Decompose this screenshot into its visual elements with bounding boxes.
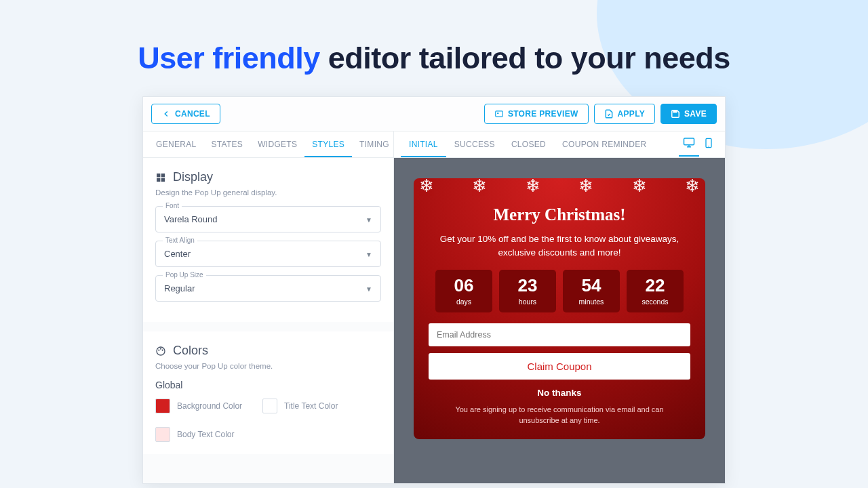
color-swatch [155,399,170,413]
cancel-label: CANCEL [175,109,210,119]
save-label: SAVE [684,109,707,119]
save-button[interactable]: SAVE [660,104,717,124]
colors-card: Colors Choose your Pop Up color theme. G… [143,331,393,454]
popup-title: Merry Christmas! [429,205,690,224]
countdown-label: seconds [627,298,684,306]
mobile-icon [703,137,714,149]
headline-rest: editor tailored to your needs [320,41,730,75]
apply-button[interactable]: APPLY [594,104,655,124]
popup-preview: ❄❄❄❄❄❄ Merry Christmas! Get your 10% off… [414,178,705,439]
svg-rect-1 [497,113,498,114]
desktop-view-button[interactable] [679,132,699,157]
countdown-days: 06days [435,270,492,312]
right-tabs: INITIALSUCCESSCLOSEDCOUPON REMINDER [394,131,725,158]
left-tabs: GENERALSTATESWIDGETSSTYLESTIMING [143,131,393,158]
left-tab-general[interactable]: GENERAL [149,131,203,157]
color-body-text-color[interactable]: Body Text Color [155,427,235,442]
colors-sub: Choose your Pop Up color theme. [155,362,381,370]
display-card: Display Design the Pop Up general displa… [143,158,393,322]
left-tab-styles[interactable]: STYLES [304,131,352,157]
mobile-view-button[interactable] [699,133,718,156]
countdown-hours: 23hours [499,270,556,312]
display-sub: Design the Pop Up general display. [155,188,381,197]
top-toolbar: CANCEL STORE PREVIEW APPLY SAVE [143,97,725,131]
countdown-number: 54 [563,275,620,296]
editor-app: CANCEL STORE PREVIEW APPLY SAVE GENERALS… [142,96,726,484]
countdown-seconds: 22seconds [627,270,684,312]
countdown-number: 23 [499,275,556,296]
field-font[interactable]: FontVarela Round▼ [155,206,381,232]
color-swatch [155,427,170,442]
svg-rect-0 [496,111,503,117]
store-preview-label: STORE PREVIEW [508,109,578,119]
left-tab-timing[interactable]: TIMING [352,131,397,157]
svg-point-9 [160,348,161,349]
no-thanks-link[interactable]: No thanks [429,388,690,398]
svg-rect-2 [673,110,677,113]
right-tab-closed[interactable]: CLOSED [503,131,554,157]
color-label: Title Text Color [284,401,338,411]
color-label: Body Text Color [177,430,235,439]
color-swatch [262,399,277,413]
left-tab-widgets[interactable]: WIDGETS [250,131,304,157]
headline-accent: User friendly [138,41,320,75]
countdown-number: 06 [435,275,492,296]
field-pop-up-size[interactable]: Pop Up SizeRegular▼ [155,275,381,302]
left-scroll[interactable]: Display Design the Pop Up general displa… [143,158,393,483]
store-preview-button[interactable]: STORE PREVIEW [484,104,589,124]
palette-icon [155,346,166,357]
svg-rect-3 [157,174,160,177]
field-value: Varela Round [156,207,380,232]
preview-area: ❄❄❄❄❄❄ Merry Christmas! Get your 10% off… [394,158,725,483]
right-panel: INITIALSUCCESSCLOSEDCOUPON REMINDER ❄❄❄❄… [394,131,725,483]
field-label: Font [163,202,182,209]
colors-group: Global [155,380,381,390]
svg-point-10 [162,349,163,350]
svg-rect-4 [161,174,165,177]
field-value: Regular [156,276,380,301]
apply-label: APPLY [618,109,645,119]
field-value: Center [156,241,380,266]
field-label: Text Align [163,237,197,244]
arrow-left-icon [161,109,171,119]
countdown-label: minutes [563,298,620,306]
popup-disclaimer: You are signing up to receive communicat… [429,405,690,426]
right-tab-coupon-reminder[interactable]: COUPON REMINDER [554,131,655,157]
left-tab-states[interactable]: STATES [203,131,250,157]
countdown-minutes: 54minutes [563,270,620,312]
svg-rect-11 [684,138,694,145]
display-title: Display [173,170,213,184]
claim-coupon-button[interactable]: Claim Coupon [429,353,690,380]
apply-icon [604,109,614,119]
dashboard-icon [155,172,166,183]
page-headline: User friendly editor tailored to your ne… [0,0,868,96]
cancel-button[interactable]: CANCEL [151,104,220,124]
right-tab-success[interactable]: SUCCESS [446,131,503,157]
svg-rect-5 [157,178,160,181]
save-icon [671,109,680,119]
field-text-align[interactable]: Text AlignCenter▼ [155,241,381,267]
desktop-icon [683,136,695,148]
countdown-label: hours [499,298,556,306]
color-background-color[interactable]: Background Color [155,399,242,413]
countdown-number: 22 [627,275,684,296]
snowflake-decoration: ❄❄❄❄❄❄ [414,178,705,197]
svg-point-8 [158,349,159,350]
popup-sub: Get your 10% off and be the first to kno… [434,232,685,259]
colors-title: Colors [173,344,208,358]
svg-rect-6 [161,178,165,181]
left-panel: GENERALSTATESWIDGETSSTYLESTIMING Display… [143,131,394,483]
countdown-label: days [435,298,492,306]
right-tab-initial[interactable]: INITIAL [401,131,446,157]
store-icon [494,109,504,119]
countdown-row: 06days23hours54minutes22seconds [429,270,690,312]
color-title-text-color[interactable]: Title Text Color [262,399,338,413]
color-label: Background Color [177,401,242,411]
field-label: Pop Up Size [163,271,206,279]
email-input[interactable] [429,323,690,346]
